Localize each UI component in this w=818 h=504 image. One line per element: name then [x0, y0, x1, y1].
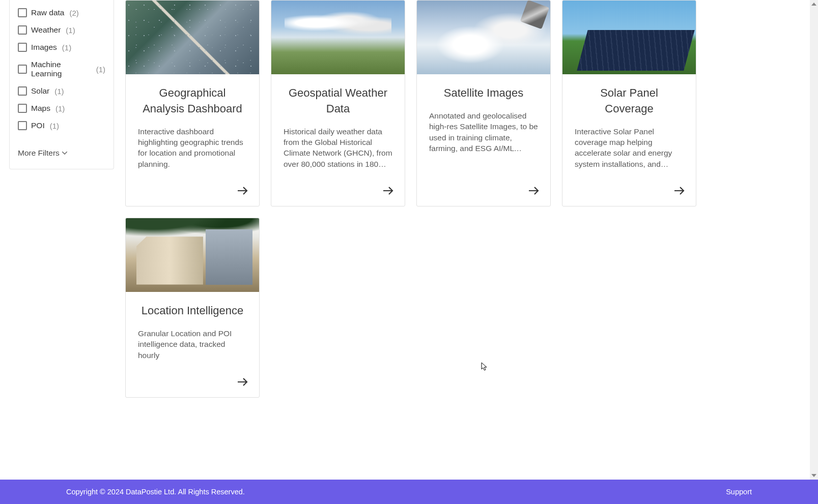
filter-count: (1)	[55, 104, 65, 113]
filter-solar[interactable]: Solar (1)	[18, 82, 105, 100]
scroll-down-button[interactable]	[810, 471, 818, 480]
card-title: Solar Panel Coverage	[575, 85, 684, 117]
filter-machine-learning[interactable]: Machine Learning (1)	[18, 56, 105, 82]
filter-raw-data[interactable]: Raw data (2)	[18, 4, 105, 21]
filter-label: POI	[31, 121, 45, 130]
card-title: Location Intelligence	[138, 303, 247, 319]
filter-count: (1)	[50, 122, 59, 130]
card-image	[126, 1, 259, 74]
filter-poi[interactable]: POI (1)	[18, 117, 105, 134]
filter-count: (1)	[62, 43, 71, 52]
card-grid: Geographical Analysis Dashboard Interact…	[125, 0, 809, 398]
card-image	[126, 218, 259, 292]
checkbox-icon	[18, 8, 27, 17]
arrow-right-icon	[673, 186, 686, 195]
card-geospatial-weather[interactable]: Geospatial Weather Data Historical daily…	[271, 0, 405, 206]
card-description: Interactive dashboard highlighting geogr…	[138, 126, 247, 170]
arrow-right-icon	[528, 186, 540, 195]
filter-label: Solar	[31, 86, 49, 96]
triangle-up-icon	[811, 3, 816, 6]
card-description: Historical daily weather data from the G…	[284, 126, 392, 170]
vertical-scrollbar[interactable]	[810, 0, 818, 480]
checkbox-icon	[18, 25, 27, 35]
card-satellite-images[interactable]: Satellite Images Annotated and geolocali…	[416, 0, 551, 206]
checkbox-icon	[18, 104, 27, 113]
scroll-up-button[interactable]	[810, 0, 818, 8]
filter-label: Weather	[31, 25, 61, 35]
card-description: Interactive Solar Panel coverage map hel…	[575, 126, 684, 170]
filter-images[interactable]: Images (1)	[18, 39, 105, 56]
filter-count: (1)	[96, 65, 105, 74]
card-solar-panel-coverage[interactable]: Solar Panel Coverage Interactive Solar P…	[562, 0, 696, 206]
chevron-down-icon	[62, 150, 68, 156]
filter-count: (1)	[66, 26, 75, 35]
open-card-button[interactable]	[236, 375, 250, 389]
page-footer: Copyright © 2024 DataPostie Ltd. All Rig…	[0, 480, 818, 504]
card-title: Satellite Images	[429, 85, 538, 101]
filter-weather[interactable]: Weather (1)	[18, 21, 105, 39]
open-card-button[interactable]	[381, 184, 396, 198]
card-location-intelligence[interactable]: Location Intelligence Granular Location …	[125, 218, 260, 398]
copyright-text: Copyright © 2024 DataPostie Ltd. All Rig…	[66, 488, 245, 496]
more-filters-button[interactable]: More Filters	[18, 149, 105, 158]
card-image	[271, 1, 405, 74]
filter-label: Raw data	[31, 8, 64, 17]
open-card-button[interactable]	[527, 184, 541, 198]
card-description: Granular Location and POI intelligence d…	[138, 328, 247, 361]
card-image	[417, 1, 550, 74]
open-card-button[interactable]	[236, 184, 250, 198]
filter-label: Maps	[31, 104, 50, 113]
filter-count: (1)	[54, 87, 64, 96]
card-image	[562, 1, 696, 74]
card-title: Geographical Analysis Dashboard	[138, 85, 247, 117]
triangle-down-icon	[811, 474, 816, 477]
filter-maps[interactable]: Maps (1)	[18, 100, 105, 117]
card-description: Annotated and geolocalised high-res Sate…	[429, 110, 538, 154]
checkbox-icon	[18, 43, 27, 52]
filter-label: Images	[31, 43, 57, 52]
checkbox-icon	[18, 65, 27, 74]
arrow-right-icon	[237, 186, 249, 195]
filter-count: (2)	[69, 9, 78, 17]
arrow-right-icon	[237, 377, 249, 387]
open-card-button[interactable]	[672, 184, 687, 198]
arrow-right-icon	[382, 186, 394, 195]
filter-sidebar: Raw data (2) Weather (1) Images (1) Mach…	[9, 0, 114, 169]
filter-label: Machine Learning	[31, 60, 91, 78]
card-geographical-analysis[interactable]: Geographical Analysis Dashboard Interact…	[125, 0, 260, 206]
more-filters-label: More Filters	[18, 149, 60, 158]
checkbox-icon	[18, 86, 27, 96]
support-link[interactable]: Support	[726, 488, 752, 496]
checkbox-icon	[18, 121, 27, 130]
card-title: Geospatial Weather Data	[284, 85, 392, 117]
